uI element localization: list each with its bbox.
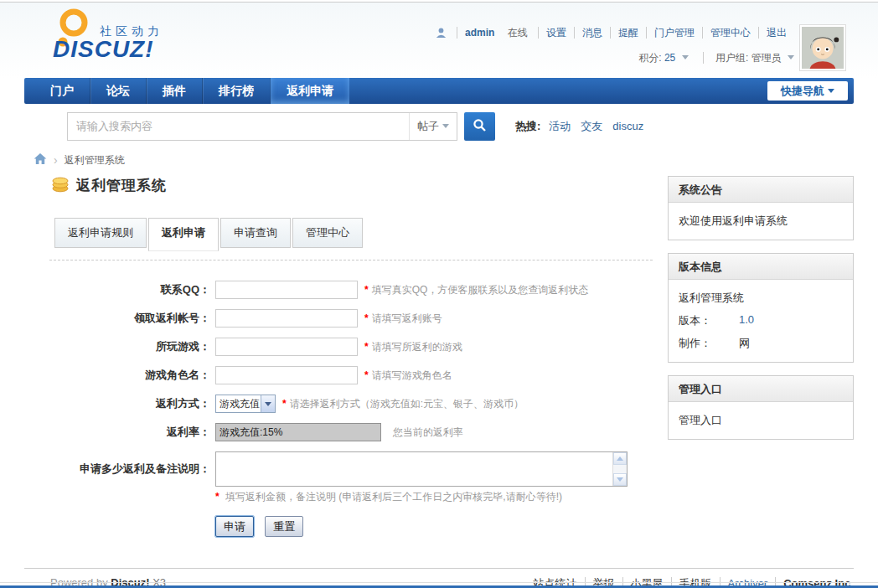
hot-search-link[interactable]: 活动 <box>549 120 571 132</box>
site-header: 社区动力 DISCUZ! admin 在线 设置消息提醒门户管理管理中心退出 积… <box>24 3 854 78</box>
reset-button[interactable]: 重置 <box>265 516 303 537</box>
sidebar: 系统公告欢迎使用返利申请系统版本信息返利管理系统版本：1.0制作：网管理入口管理… <box>668 176 854 554</box>
tab-strip: 返利申请规则返利申请申请查询管理中心 <box>54 218 653 251</box>
home-icon[interactable] <box>34 152 47 168</box>
form-row: 游戏角色名：*请填写游戏角色名 <box>49 366 653 384</box>
tab[interactable]: 返利申请 <box>148 218 219 251</box>
user-menu-link[interactable]: 退出 <box>758 27 794 39</box>
tab[interactable]: 返利申请规则 <box>54 218 147 248</box>
form-row-note: 申请多少返利及备注说明： <box>49 451 653 487</box>
required-mark: * <box>215 491 220 503</box>
hot-search-link[interactable]: 交友 <box>581 120 602 132</box>
form-row-rate: 返利率： 您当前的返利率 <box>49 423 653 441</box>
kv-key: 制作： <box>679 336 739 351</box>
field-label: 游戏角色名： <box>49 368 210 383</box>
tab[interactable]: 管理中心 <box>292 218 363 248</box>
panel-body: 欢迎使用返利申请系统 <box>669 203 853 240</box>
field-hint: 请填写游戏角色名 <box>372 369 452 383</box>
text-input[interactable] <box>215 281 358 299</box>
text-input[interactable] <box>215 309 358 328</box>
text-input[interactable] <box>215 338 358 356</box>
search-input[interactable] <box>68 113 409 140</box>
search-icon <box>473 118 487 135</box>
field-hint: 请填写返利账号 <box>372 312 442 326</box>
submit-button[interactable]: 申请 <box>215 516 254 537</box>
required-mark: * <box>364 341 369 353</box>
user-menu-link[interactable]: 门户管理 <box>646 27 702 39</box>
user-stats: 积分: 25 用户组: 管理员 <box>638 51 794 65</box>
sidebar-panel: 版本信息返利管理系统版本：1.0制作：网 <box>668 253 854 363</box>
field-label: 所玩游戏： <box>49 339 210 354</box>
required-mark: * <box>282 398 287 410</box>
panel-link[interactable]: 管理入口 <box>679 413 843 428</box>
hot-search-link[interactable]: discuz <box>612 120 643 132</box>
note-textarea[interactable] <box>216 452 612 486</box>
user-menu-link[interactable]: 消息 <box>574 27 610 39</box>
field-hint: 您当前的返利率 <box>393 426 463 440</box>
nav-item[interactable]: 排行榜 <box>202 78 270 104</box>
usergroup[interactable]: 用户组: 管理员 <box>703 52 794 64</box>
panel-body: 管理入口 <box>669 402 853 439</box>
kv-value[interactable]: 1.0 <box>739 313 754 328</box>
field-hint: 请选择返利方式（游戏充值如:元宝、银子、游戏币） <box>290 397 524 411</box>
logo-brand[interactable]: DISCUZ! <box>53 36 154 63</box>
panel-body: 返利管理系统版本：1.0制作：网 <box>669 280 853 362</box>
username-link[interactable]: admin <box>457 27 502 39</box>
breadcrumb-current[interactable]: 返利管理系统 <box>65 153 125 168</box>
required-mark: * <box>364 284 369 296</box>
text-input[interactable] <box>215 366 358 384</box>
field-label: 联系QQ： <box>49 282 210 297</box>
caret-down-icon <box>788 55 794 59</box>
bottom-divider <box>0 582 878 583</box>
rebate-rate-field <box>215 423 381 441</box>
kv-value: 网 <box>739 336 750 351</box>
panel-title: 版本信息 <box>669 254 853 280</box>
field-hint: 填写真实QQ，方便客服联系以及您查询返利状态 <box>372 283 589 297</box>
field-label: 返利方式： <box>49 396 210 411</box>
panel-kv-row: 制作：网 <box>679 336 843 351</box>
select-arrow-icon <box>261 395 275 412</box>
textarea-scrollbar[interactable] <box>612 452 627 486</box>
user-menu-link[interactable]: 设置 <box>538 27 574 39</box>
panel-text: 欢迎使用返利申请系统 <box>679 214 843 229</box>
rebate-method-select[interactable]: 游戏充值 <box>215 395 276 413</box>
credits-value: 25 <box>664 52 675 64</box>
avatar[interactable] <box>799 24 846 71</box>
form-row-method: 返利方式： 游戏充值 * 请选择返利方式（游戏充值如:元宝、银子、游戏币） <box>49 395 653 413</box>
user-menu-link[interactable]: 提醒 <box>610 27 646 39</box>
form-row: 领取返利帐号：*请填写返利账号 <box>49 309 653 328</box>
main-content: 返利管理系统 返利申请规则返利申请申请查询管理中心 联系QQ：*填写真实QQ，方… <box>24 176 653 554</box>
hot-search-label: 热搜: <box>515 120 540 132</box>
search-button[interactable] <box>464 112 495 141</box>
breadcrumb-chevron-icon <box>47 153 65 167</box>
credits-label: 积分: <box>638 52 661 64</box>
panel-text: 返利管理系统 <box>679 291 843 306</box>
user-links: 设置消息提醒门户管理管理中心退出 <box>530 27 794 39</box>
search-box: 帖子 <box>67 112 457 141</box>
page-title: 返利管理系统 <box>76 176 167 195</box>
nav-item[interactable]: 论坛 <box>90 78 146 104</box>
field-hint: 请填写所返利的游戏 <box>372 340 462 354</box>
quick-nav-button[interactable]: 快捷导航 <box>767 81 848 101</box>
form-row: 所玩游戏：*请填写所返利的游戏 <box>49 338 653 356</box>
scroll-down-icon[interactable] <box>613 473 627 486</box>
sidebar-panel: 管理入口管理入口 <box>668 375 854 440</box>
tab[interactable]: 申请查询 <box>220 218 291 248</box>
group-value: 管理员 <box>751 52 782 64</box>
nav-item[interactable]: 门户 <box>34 78 90 104</box>
user-menu-link[interactable]: 管理中心 <box>702 27 758 39</box>
search-bar: 帖子 热搜:活动交友discuz <box>24 104 854 142</box>
rebate-form: 联系QQ：*填写真实QQ，方便客服联系以及您查询返利状态领取返利帐号：*请填写返… <box>49 281 653 537</box>
nav-item[interactable]: 插件 <box>146 78 202 104</box>
scroll-up-icon[interactable] <box>613 452 627 465</box>
field-hint: 填写返利金额，备注说明 (申请返利后三个工作日之内审核完毕,请耐心等待!) <box>225 491 562 503</box>
field-label: 申请多少返利及备注说明： <box>49 462 210 477</box>
nav-item[interactable]: 返利申请 <box>270 78 349 104</box>
credits[interactable]: 积分: 25 <box>638 52 691 64</box>
panel-kv-row: 版本：1.0 <box>679 313 843 328</box>
main-nav: 门户论坛插件排行榜返利申请快捷导航 <box>24 78 854 104</box>
select-value: 游戏充值 <box>216 397 261 411</box>
search-scope-select[interactable]: 帖子 <box>409 113 457 140</box>
hot-search: 热搜:活动交友discuz <box>515 119 653 134</box>
breadcrumb: 返利管理系统 <box>24 142 854 168</box>
